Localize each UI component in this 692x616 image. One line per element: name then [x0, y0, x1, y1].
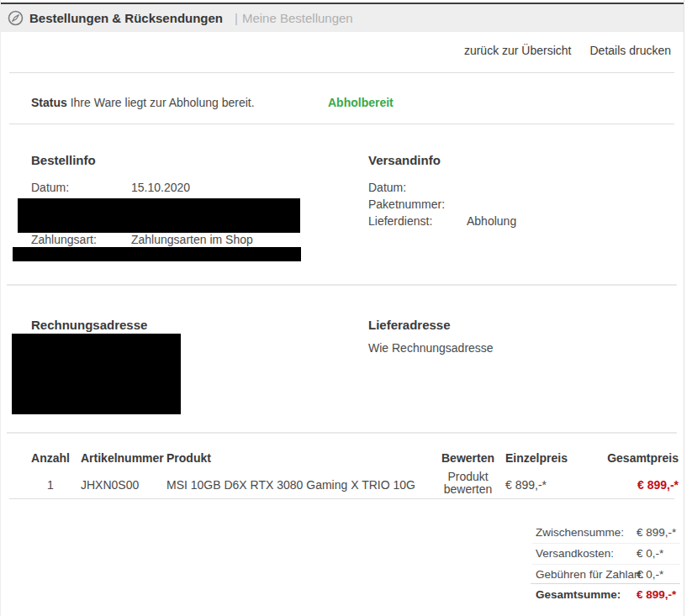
- status-badge: Abholbereit: [328, 96, 394, 109]
- parcel-number-label: Paketnummer:: [368, 197, 467, 211]
- order-details-page: Bestellungen & Rücksendungen | Meine Bes…: [0, 0, 684, 616]
- order-info-row-date: Datum:15.10.2020: [31, 181, 190, 194]
- divider: [9, 124, 674, 124]
- page-header: Bestellungen & Rücksendungen | Meine Bes…: [1, 3, 684, 32]
- shipping-row-parcel: Paketnummer:: [368, 197, 467, 211]
- order-date-label: Datum:: [31, 181, 131, 194]
- grand-total-value: € 899,-*: [637, 588, 676, 601]
- review-product-link[interactable]: Produkt bewerten: [432, 471, 504, 496]
- status-text: Ihre Ware liegt zur Abholung bereit.: [71, 96, 255, 109]
- action-links: zurück zur Übersicht Details drucken: [464, 44, 671, 57]
- subtotal-value: € 899,-*: [637, 526, 676, 539]
- status-row: Status Ihre Ware liegt zur Abholung bere…: [31, 96, 255, 109]
- tab-meine-bestellungen[interactable]: Meine Bestellungen: [242, 11, 353, 25]
- print-details-link[interactable]: Details drucken: [590, 44, 672, 57]
- redacted-billing-address: [12, 334, 181, 414]
- shipping-cost-label: Versandkosten:: [536, 547, 614, 560]
- shipping-row-carrier: Lieferdienst:Abholung: [368, 214, 516, 228]
- divider: [9, 498, 674, 499]
- delivery-address-heading: Lieferadresse: [368, 318, 451, 332]
- shipping-row-date: Datum:: [368, 181, 467, 194]
- payment-fee-value: € 0,-*: [637, 568, 663, 581]
- item-unit-price: € 899,-*: [505, 478, 547, 492]
- payment-label: Zahlungsart:: [31, 233, 131, 246]
- subtotal-label: Zwischensumme:: [536, 526, 624, 539]
- col-header-unit-price: Einzelpreis: [505, 451, 568, 465]
- payment-value: Zahlungsarten im Shop: [131, 233, 253, 246]
- compass-icon: [8, 10, 24, 26]
- divider: [532, 564, 680, 565]
- shipping-date-label: Datum:: [368, 181, 467, 194]
- item-product-name: MSI 10GB D6X RTX 3080 Gaming X TRIO 10G: [166, 478, 415, 492]
- order-info-heading: Bestellinfo: [31, 153, 96, 167]
- divider: [532, 543, 680, 544]
- delivery-address-value: Wie Rechnungsadresse: [368, 341, 494, 355]
- item-quantity: 1: [31, 478, 70, 492]
- item-sku: JHXN0S00: [81, 478, 139, 492]
- back-to-overview-link[interactable]: zurück zur Übersicht: [464, 44, 572, 57]
- col-header-total-price: Gesamtpreis: [607, 451, 679, 465]
- divider: [7, 284, 677, 286]
- status-label: Status: [31, 96, 67, 109]
- billing-address-heading: Rechnungsadresse: [31, 318, 147, 332]
- col-header-product: Produkt: [166, 451, 211, 465]
- redacted-order-info-2: [13, 247, 301, 261]
- order-info-row-payment: Zahlungsart:Zahlungsarten im Shop: [31, 233, 253, 246]
- divider: [9, 72, 674, 73]
- title-separator: |: [235, 11, 238, 25]
- page-title: Bestellungen & Rücksendungen: [29, 11, 223, 25]
- col-header-review: Bewerten: [432, 451, 504, 465]
- carrier-label: Lieferdienst:: [368, 214, 467, 228]
- order-date-value: 15.10.2020: [131, 181, 190, 194]
- redacted-order-info: [18, 198, 300, 233]
- divider: [531, 583, 680, 584]
- shipping-cost-value: € 0,-*: [637, 547, 663, 560]
- carrier-value: Abholung: [467, 214, 516, 228]
- item-total-price: € 899,-*: [637, 478, 679, 492]
- col-header-sku: Artikelnummer: [81, 451, 164, 465]
- grand-total-label: Gesamtsumme:: [536, 588, 621, 601]
- shipping-info-heading: Versandinfo: [368, 153, 441, 167]
- divider: [7, 432, 677, 434]
- payment-fee-label: Gebühren für Zahlart:: [536, 568, 644, 581]
- col-header-quantity: Anzahl: [31, 451, 70, 465]
